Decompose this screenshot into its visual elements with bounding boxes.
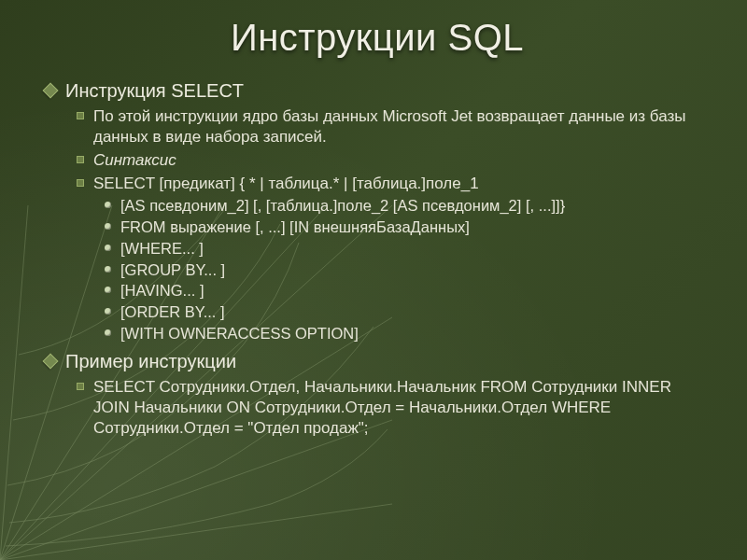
dot-bullet-icon bbox=[105, 223, 111, 230]
square-bullet-icon bbox=[77, 179, 84, 187]
list-item: [WHERE... ] bbox=[105, 239, 710, 259]
syntax-line: [AS псевдоним_2] [, [таблица.]поле_2 [AS… bbox=[120, 196, 565, 217]
dot-bullet-icon bbox=[105, 202, 111, 208]
list-item: FROM выражение [, ...] [IN внешняяБазаДа… bbox=[105, 217, 710, 238]
square-bullet-icon bbox=[77, 156, 84, 163]
dot-bullet-icon bbox=[105, 266, 111, 273]
diamond-bullet-icon bbox=[43, 83, 59, 99]
list-item: SELECT [предикат] { * | таблица.* | [таб… bbox=[77, 174, 710, 343]
syntax-line: [ORDER BY... ] bbox=[120, 302, 225, 323]
list-item: По этой инструкции ядро базы данных Micr… bbox=[77, 106, 710, 147]
syntax-line: [HAVING... ] bbox=[120, 281, 204, 301]
square-bullet-icon bbox=[77, 112, 84, 119]
dot-bullet-icon bbox=[105, 329, 111, 336]
list-item: Пример инструкции SELECT Сотрудники.Отде… bbox=[45, 350, 710, 439]
list-item: Синтаксис bbox=[77, 150, 710, 171]
list-item: [HAVING... ] bbox=[105, 281, 710, 301]
syntax-line: [WITH OWNERACCESS OPTION] bbox=[120, 324, 359, 344]
syntax-line: [GROUP BY... ] bbox=[120, 260, 225, 281]
section-heading: Пример инструкции bbox=[65, 350, 236, 373]
bullet-list: Инструкция SELECT По этой инструкции ядр… bbox=[45, 79, 710, 439]
syntax-line: SELECT [предикат] { * | таблица.* | [таб… bbox=[93, 174, 479, 194]
list-item: [WITH OWNERACCESS OPTION] bbox=[105, 324, 710, 344]
list-item: Инструкция SELECT По этой инструкции ядр… bbox=[45, 79, 710, 344]
section-heading: Инструкция SELECT bbox=[65, 79, 244, 103]
slide-content: Инструкции SQL Инструкция SELECT По этой… bbox=[0, 0, 747, 560]
dot-bullet-icon bbox=[105, 308, 111, 315]
square-bullet-icon bbox=[77, 383, 84, 390]
list-item: [GROUP BY... ] bbox=[105, 260, 710, 281]
diamond-bullet-icon bbox=[43, 353, 59, 369]
dot-bullet-icon bbox=[105, 245, 111, 251]
dot-bullet-icon bbox=[105, 287, 111, 293]
syntax-label: Синтаксис bbox=[93, 150, 176, 171]
syntax-line: [WHERE... ] bbox=[120, 239, 204, 259]
description-text: По этой инструкции ядро базы данных Micr… bbox=[93, 106, 710, 147]
list-item: [AS псевдоним_2] [, [таблица.]поле_2 [AS… bbox=[105, 196, 710, 217]
example-text: SELECT Сотрудники.Отдел, Начальники.Нача… bbox=[93, 377, 710, 439]
syntax-line: FROM выражение [, ...] [IN внешняяБазаДа… bbox=[120, 217, 470, 238]
slide-title: Инструкции SQL bbox=[45, 17, 710, 59]
list-item: [ORDER BY... ] bbox=[105, 302, 710, 323]
list-item: SELECT Сотрудники.Отдел, Начальники.Нача… bbox=[77, 377, 710, 439]
